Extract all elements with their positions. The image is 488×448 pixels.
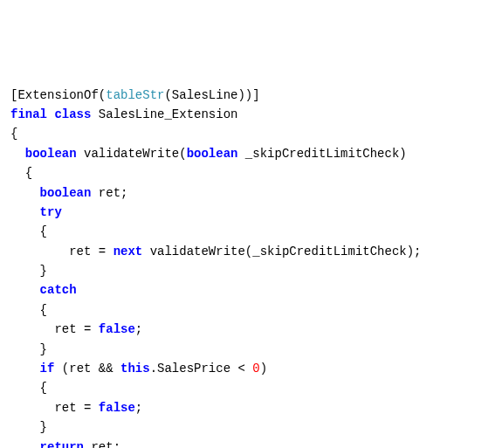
keyword-next: next — [113, 245, 143, 258]
indent — [10, 401, 54, 415]
indent — [10, 362, 40, 376]
keyword-boolean: boolean — [40, 186, 92, 200]
ret-var: ret; — [84, 440, 120, 448]
indent — [10, 440, 40, 448]
condition-close: ) — [260, 362, 267, 376]
semicolon: ; — [135, 401, 142, 415]
code-line-17: ret = false; — [10, 398, 478, 417]
ret-assign: ret = — [54, 401, 98, 415]
keyword-boolean: boolean — [25, 147, 77, 161]
keyword-boolean: boolean — [187, 147, 238, 161]
code-line-15: if (ret && this.SalesPrice < 0) — [10, 359, 478, 378]
keyword-try: try — [40, 205, 62, 219]
paren: ( — [99, 88, 106, 102]
attribute-name: ExtensionOf — [17, 88, 98, 102]
method-call: validateWrite(_skipCreditLimitCheck); — [142, 245, 421, 258]
code-line-18: } — [10, 417, 478, 437]
code-line-10: } — [10, 261, 478, 280]
paren-close: (SalesLine))] — [164, 88, 259, 102]
method-name: validateWrite( — [77, 147, 187, 161]
code-line-1: [ExtensionOf(tableStr(SalesLine))] — [10, 86, 478, 105]
code-line-14: } — [10, 340, 478, 359]
function-tablestr: tableStr — [106, 88, 164, 102]
code-line-5: { — [10, 163, 478, 183]
code-line-19: return ret; — [10, 438, 478, 448]
keyword-false: false — [99, 401, 135, 415]
code-line-7: try — [10, 203, 478, 222]
code-line-6: boolean ret; — [10, 183, 478, 203]
code-line-12: { — [10, 300, 478, 320]
ret-assign: ret = — [54, 322, 98, 336]
keyword-class: class — [47, 107, 91, 121]
param-name: _skipCreditLimitCheck) — [237, 147, 406, 161]
ret-assign: ret = — [69, 245, 113, 258]
indent — [10, 147, 25, 161]
keyword-return: return — [40, 440, 84, 448]
code-line-8: { — [10, 222, 478, 241]
code-line-11: catch — [10, 280, 478, 300]
keyword-false: false — [99, 322, 135, 336]
semicolon: ; — [135, 322, 142, 336]
code-line-16: { — [10, 378, 478, 397]
keyword-this: this — [120, 362, 150, 376]
keyword-final: final — [10, 107, 47, 121]
code-line-9: ret = next validateWrite(_skipCreditLimi… — [10, 242, 478, 261]
code-line-3: { — [10, 124, 478, 143]
class-name: SalesLine_Extension — [91, 107, 237, 121]
keyword-catch: catch — [40, 283, 77, 297]
code-line-13: ret = false; — [10, 320, 478, 339]
indent — [10, 322, 54, 336]
code-line-4: boolean validateWrite(boolean _skipCredi… — [10, 144, 478, 163]
indent — [10, 283, 40, 297]
indent — [10, 205, 40, 219]
keyword-if: if — [40, 362, 55, 376]
condition-mid: .SalesPrice < — [150, 362, 253, 376]
condition-open: (ret && — [54, 362, 120, 376]
indent — [10, 245, 69, 258]
code-line-2: final class SalesLine_Extension — [10, 105, 478, 124]
number-zero: 0 — [252, 362, 259, 376]
var-decl: ret; — [91, 186, 127, 200]
indent — [10, 186, 40, 200]
code-editor: [ExtensionOf(tableStr(SalesLine))]final … — [10, 86, 478, 448]
